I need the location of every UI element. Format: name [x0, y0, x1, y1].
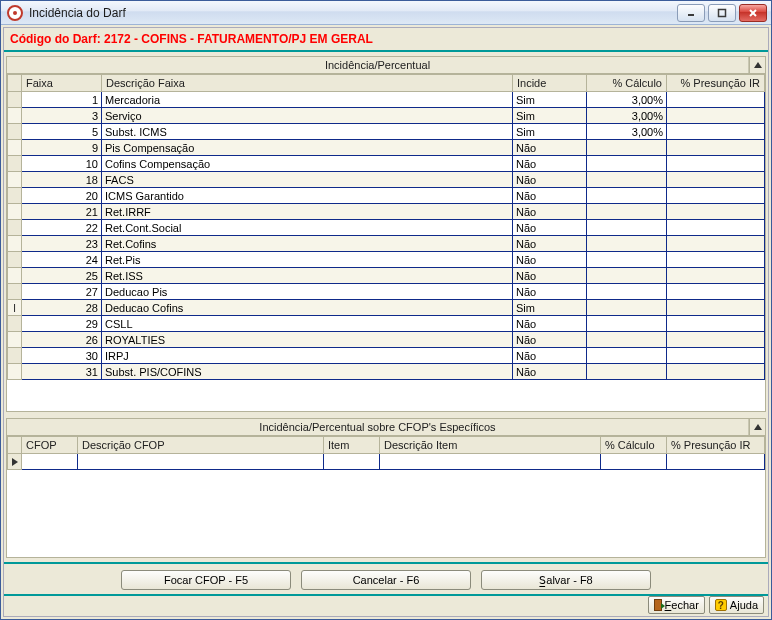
cell-presuncao[interactable]: [667, 92, 765, 108]
cell-presuncao[interactable]: [667, 156, 765, 172]
cell-presuncao[interactable]: [667, 268, 765, 284]
cell-calculo[interactable]: [587, 140, 667, 156]
focar-cfop-button[interactable]: Focar CFOP - F5: [121, 570, 291, 590]
cell-presuncao[interactable]: [667, 348, 765, 364]
cell-faixa[interactable]: 10: [22, 156, 102, 172]
maximize-button[interactable]: [708, 4, 736, 22]
cell-presuncao[interactable]: [667, 108, 765, 124]
cell-incide[interactable]: Sim: [513, 300, 587, 316]
cell-calculo[interactable]: [587, 284, 667, 300]
cell-calculo[interactable]: [587, 236, 667, 252]
cell-presuncao[interactable]: [667, 284, 765, 300]
cell-descricao[interactable]: Pis Compensação: [102, 140, 513, 156]
cell-incide[interactable]: Não: [513, 316, 587, 332]
cell-incide[interactable]: Sim: [513, 108, 587, 124]
cell-faixa[interactable]: 3: [22, 108, 102, 124]
cell-faixa[interactable]: 28: [22, 300, 102, 316]
cell-presuncao[interactable]: [667, 236, 765, 252]
cell-descricao[interactable]: Deducao Pis: [102, 284, 513, 300]
cell-faixa[interactable]: 20: [22, 188, 102, 204]
table-row[interactable]: 25Ret.ISSNão: [8, 268, 765, 284]
table-row[interactable]: I28Deducao CofinsSim: [8, 300, 765, 316]
cell-descricao[interactable]: ROYALTIES: [102, 332, 513, 348]
col-faixa[interactable]: Faixa: [22, 75, 102, 92]
cell-faixa[interactable]: 24: [22, 252, 102, 268]
cell-calculo[interactable]: [587, 172, 667, 188]
cell-descricao[interactable]: FACS: [102, 172, 513, 188]
table-row[interactable]: 24Ret.PisNão: [8, 252, 765, 268]
cell-descricao[interactable]: Ret.Pis: [102, 252, 513, 268]
cell-incide[interactable]: Sim: [513, 124, 587, 140]
cell-calculo[interactable]: 3,00%: [587, 108, 667, 124]
col-presuncao[interactable]: % Presunção IR: [667, 75, 765, 92]
cell-incide[interactable]: Não: [513, 332, 587, 348]
cfop-input-cell[interactable]: [22, 454, 78, 470]
cell-faixa[interactable]: 18: [22, 172, 102, 188]
cell-descricao[interactable]: Ret.Cofins: [102, 236, 513, 252]
table-row[interactable]: 22Ret.Cont.SocialNão: [8, 220, 765, 236]
cell-presuncao[interactable]: [667, 316, 765, 332]
table-row[interactable]: 3ServiçoSim3,00%: [8, 108, 765, 124]
cell-descricao[interactable]: Deducao Cofins: [102, 300, 513, 316]
cell-incide[interactable]: Não: [513, 364, 587, 380]
cell-incide[interactable]: Não: [513, 348, 587, 364]
col-incide[interactable]: Incide: [513, 75, 587, 92]
fechar-button[interactable]: Fechar: [648, 596, 705, 614]
cell-descricao[interactable]: Serviço: [102, 108, 513, 124]
cell-descricao[interactable]: CSLL: [102, 316, 513, 332]
cell-faixa[interactable]: 21: [22, 204, 102, 220]
cell-descricao[interactable]: Subst. PIS/COFINS: [102, 364, 513, 380]
cell-calculo[interactable]: [587, 332, 667, 348]
table-row[interactable]: 26ROYALTIESNão: [8, 332, 765, 348]
table-row[interactable]: 18FACSNão: [8, 172, 765, 188]
cell-incide[interactable]: Não: [513, 188, 587, 204]
table-row[interactable]: 20ICMS GarantidoNão: [8, 188, 765, 204]
cell-incide[interactable]: Não: [513, 252, 587, 268]
col-descricao-faixa[interactable]: Descrição Faixa: [102, 75, 513, 92]
cell-descricao[interactable]: ICMS Garantido: [102, 188, 513, 204]
cell-calculo[interactable]: [587, 156, 667, 172]
cell-calculo[interactable]: [587, 204, 667, 220]
cell-descricao[interactable]: IRPJ: [102, 348, 513, 364]
cell-faixa[interactable]: 29: [22, 316, 102, 332]
col-calculo[interactable]: % Cálculo: [601, 437, 667, 454]
table-row[interactable]: 1MercadoriaSim3,00%: [8, 92, 765, 108]
cell-presuncao[interactable]: [667, 364, 765, 380]
cell-calculo[interactable]: [587, 316, 667, 332]
grid-incidencia[interactable]: Faixa Descrição Faixa Incide % Cálculo %…: [6, 74, 766, 412]
cell[interactable]: [601, 454, 667, 470]
cell-incide[interactable]: Não: [513, 172, 587, 188]
table-row[interactable]: 9Pis CompensaçãoNão: [8, 140, 765, 156]
cell-calculo[interactable]: [587, 348, 667, 364]
cell-presuncao[interactable]: [667, 172, 765, 188]
cell-descricao[interactable]: Ret.Cont.Social: [102, 220, 513, 236]
cell-calculo[interactable]: [587, 268, 667, 284]
cell-faixa[interactable]: 5: [22, 124, 102, 140]
table-row[interactable]: 21Ret.IRRFNão: [8, 204, 765, 220]
salvar-button[interactable]: S̲alvar - F8: [481, 570, 651, 590]
cell-calculo[interactable]: [587, 188, 667, 204]
collapse-toggle[interactable]: [749, 419, 765, 435]
table-row[interactable]: 30IRPJNão: [8, 348, 765, 364]
cell-incide[interactable]: Não: [513, 236, 587, 252]
cell[interactable]: [380, 454, 601, 470]
cell-presuncao[interactable]: [667, 252, 765, 268]
cell[interactable]: [667, 454, 765, 470]
table-row[interactable]: 27Deducao PisNão: [8, 284, 765, 300]
cell[interactable]: [78, 454, 324, 470]
cell-incide[interactable]: Não: [513, 156, 587, 172]
cell-faixa[interactable]: 25: [22, 268, 102, 284]
cell-descricao[interactable]: Cofins Compensação: [102, 156, 513, 172]
table-row[interactable]: 23Ret.CofinsNão: [8, 236, 765, 252]
cell-incide[interactable]: Não: [513, 220, 587, 236]
cell-descricao[interactable]: Ret.IRRF: [102, 204, 513, 220]
grid-cfop[interactable]: CFOP Descrição CFOP Item Descrição Item …: [6, 436, 766, 558]
minimize-button[interactable]: [677, 4, 705, 22]
table-row[interactable]: 5Subst. ICMSSim3,00%: [8, 124, 765, 140]
col-presuncao-ir[interactable]: % Presunção IR: [667, 437, 765, 454]
cell-presuncao[interactable]: [667, 204, 765, 220]
collapse-toggle[interactable]: [749, 57, 765, 73]
col-descricao-item[interactable]: Descrição Item: [380, 437, 601, 454]
col-calculo[interactable]: % Cálculo: [587, 75, 667, 92]
table-row[interactable]: 31Subst. PIS/COFINSNão: [8, 364, 765, 380]
